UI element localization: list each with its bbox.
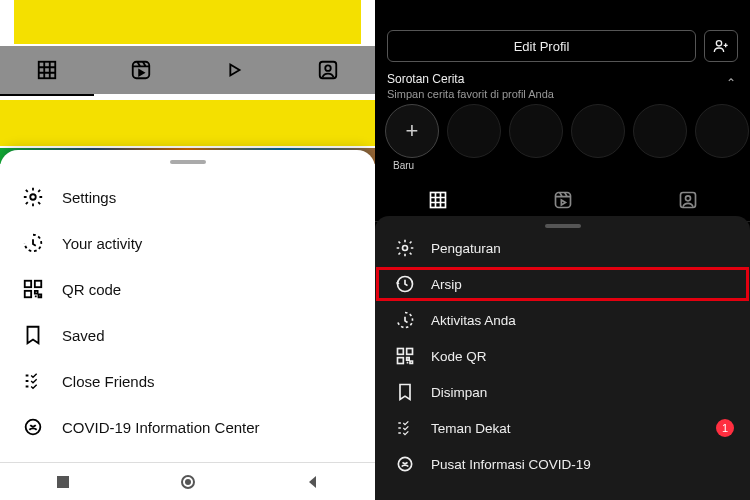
sheet-grabber[interactable] — [170, 160, 206, 164]
svg-rect-20 — [407, 349, 413, 355]
discover-people-button[interactable] — [704, 30, 738, 62]
menu-item-covid[interactable]: Pusat Informasi COVID-19 — [375, 446, 750, 482]
activity-icon — [395, 310, 415, 330]
menu-item-kodeqr[interactable]: Kode QR — [375, 338, 750, 374]
menu-item-label: Kode QR — [431, 349, 487, 364]
menu-item-teman[interactable]: Teman Dekat1 — [375, 410, 750, 446]
qr-icon — [395, 346, 415, 366]
phone-left-light: SettingsYour activityQR codeSavedClose F… — [0, 0, 375, 500]
android-nav-bar — [0, 462, 375, 500]
close-friends-icon — [395, 418, 415, 438]
svg-point-16 — [685, 195, 690, 200]
highlight-placeholder — [633, 104, 687, 158]
menu-item-qr[interactable]: QR code — [0, 266, 375, 312]
sheet-grabber[interactable] — [545, 224, 581, 228]
menu-item-disimpan[interactable]: Disimpan — [375, 374, 750, 410]
svg-rect-13 — [430, 192, 445, 207]
redaction-bar-top — [14, 0, 361, 44]
highlight-placeholder — [695, 104, 749, 158]
active-tab-indicator — [0, 94, 94, 96]
svg-rect-6 — [35, 281, 41, 287]
redaction-bar-2 — [0, 100, 375, 146]
svg-point-3 — [325, 65, 331, 71]
menu-item-label: Pengaturan — [431, 241, 501, 256]
svg-rect-0 — [39, 62, 56, 79]
tab-video[interactable] — [188, 46, 282, 94]
tab-reels[interactable] — [500, 178, 625, 221]
menu-item-label: Settings — [62, 189, 116, 206]
highlights-collapse-caret[interactable]: ⌃ — [726, 76, 736, 90]
covid-icon — [22, 416, 44, 438]
activity-icon — [22, 232, 44, 254]
tab-tagged[interactable] — [625, 178, 750, 221]
menu-item-label: Disimpan — [431, 385, 487, 400]
menu-item-activity[interactable]: Your activity — [0, 220, 375, 266]
menu-item-close[interactable]: Close Friends — [0, 358, 375, 404]
nav-home[interactable] — [180, 474, 196, 490]
archive-icon — [395, 274, 415, 294]
covid-icon — [395, 454, 415, 474]
menu-item-covid[interactable]: COVID-19 Information Center — [0, 404, 375, 450]
menu-item-label: Pusat Informasi COVID-19 — [431, 457, 591, 472]
svg-rect-14 — [555, 192, 570, 207]
notification-badge: 1 — [716, 419, 734, 437]
bottom-sheet-menu-dark: PengaturanArsipAktivitas AndaKode QRDisi… — [375, 216, 750, 500]
menu-item-settings[interactable]: Settings — [0, 174, 375, 220]
highlights-subtitle: Simpan cerita favorit di profil Anda — [387, 88, 554, 100]
close-friends-icon — [22, 370, 44, 392]
gear-icon — [395, 238, 415, 258]
menu-item-label: COVID-19 Information Center — [62, 419, 260, 436]
svg-rect-19 — [398, 349, 404, 355]
svg-point-4 — [30, 194, 36, 200]
gear-icon — [22, 186, 44, 208]
svg-rect-9 — [57, 476, 69, 488]
svg-rect-5 — [25, 281, 31, 287]
svg-point-11 — [185, 479, 191, 485]
bottom-sheet-menu: SettingsYour activityQR codeSavedClose F… — [0, 150, 375, 500]
menu-item-saved[interactable]: Saved — [0, 312, 375, 358]
tab-tagged[interactable] — [281, 46, 375, 94]
nav-back[interactable] — [305, 474, 321, 490]
nav-recent[interactable] — [55, 474, 71, 490]
menu-item-arsip[interactable]: Arsip — [375, 266, 750, 302]
highlight-placeholder — [509, 104, 563, 158]
menu-item-pengaturan[interactable]: Pengaturan — [375, 230, 750, 266]
svg-point-12 — [716, 41, 721, 46]
tab-grid[interactable] — [0, 46, 94, 94]
profile-content-tabs — [0, 46, 375, 94]
highlights-title: Sorotan Cerita — [387, 72, 464, 86]
bookmark-icon — [395, 382, 415, 402]
svg-rect-1 — [132, 62, 149, 79]
menu-item-label: Your activity — [62, 235, 142, 252]
add-person-icon — [713, 38, 729, 54]
menu-item-label: Close Friends — [62, 373, 155, 390]
menu-item-label: Teman Dekat — [431, 421, 511, 436]
highlight-placeholder — [447, 104, 501, 158]
menu-item-label: Aktivitas Anda — [431, 313, 516, 328]
qr-icon — [22, 278, 44, 300]
menu-item-label: QR code — [62, 281, 121, 298]
highlight-new-button[interactable]: + — [385, 104, 439, 158]
edit-profile-button[interactable]: Edit Profil — [387, 30, 696, 62]
menu-item-label: Arsip — [431, 277, 462, 292]
highlights-row: + — [385, 104, 750, 166]
menu-item-aktivitas[interactable]: Aktivitas Anda — [375, 302, 750, 338]
phone-right-dark: Edit Profil Sorotan Cerita Simpan cerita… — [375, 0, 750, 500]
highlight-placeholder — [571, 104, 625, 158]
svg-rect-7 — [25, 291, 31, 297]
tab-grid[interactable] — [375, 178, 500, 221]
svg-point-17 — [403, 246, 408, 251]
tab-reels[interactable] — [94, 46, 188, 94]
bookmark-icon — [22, 324, 44, 346]
svg-rect-21 — [398, 358, 404, 364]
highlight-new-label: Baru — [393, 160, 414, 171]
menu-item-label: Saved — [62, 327, 105, 344]
